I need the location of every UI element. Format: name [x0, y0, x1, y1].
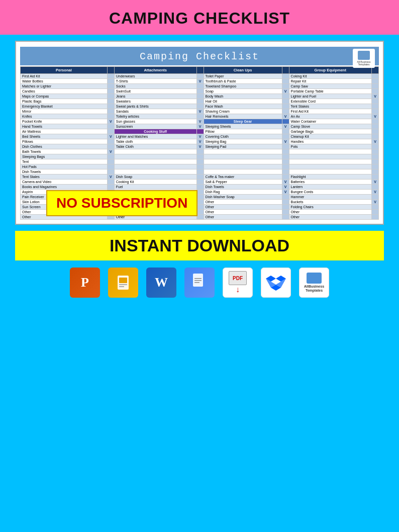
- abt-logo: [307, 273, 322, 284]
- card-header-title: Camping Checklist: [140, 51, 259, 62]
- table-row: Sleeping Bags: [21, 154, 379, 159]
- col-personal-header: Personal: [21, 67, 108, 74]
- table-row: Hot Pads: [21, 164, 379, 169]
- svg-rect-7: [194, 282, 200, 283]
- logo-badge: All BusinessTemplates: [353, 49, 375, 68]
- table-row: MirrorSandalsVShaving CreamFirst Aid Kit: [21, 109, 379, 114]
- allbusiness-icon[interactable]: AllBusinessTemplates: [299, 268, 329, 298]
- top-banner: CAMPING CHECKLIST: [0, 0, 399, 35]
- logo-text: All BusinessTemplates: [357, 61, 370, 66]
- table-row: Emergency BlanketSweat pants & ShirtsFac…: [21, 104, 379, 109]
- table-row: Maps or CompasJeansBody WashLighter and …: [21, 94, 379, 99]
- col-check3-header: [282, 67, 289, 74]
- abt-label: AllBusinessTemplates: [304, 285, 324, 293]
- table-row: Matches or LighterSocksToweland ShampooC…: [21, 84, 379, 89]
- col-check2-header: [196, 67, 204, 74]
- card-header: Camping Checklist All BusinessTemplates: [20, 47, 379, 65]
- table-row: Water BottlesT-ShirtsVToothbrush & Paste…: [21, 79, 379, 84]
- table-row: Dish Towels: [21, 169, 379, 174]
- instant-download-label: INSTANT DOWNLOAD: [110, 236, 289, 255]
- main-card: Camping Checklist All BusinessTemplates …: [15, 41, 384, 225]
- google-docs-icon[interactable]: [184, 268, 215, 298]
- table-row: Camera and VideoCooking KitSalt & Pepper…: [21, 180, 379, 185]
- page-title: CAMPING CHECKLIST: [0, 9, 399, 28]
- svg-rect-6: [194, 280, 202, 281]
- dropbox-icon[interactable]: [261, 268, 291, 298]
- table-row: CandlesSwimSuitSoapVPortable Camp Table: [21, 89, 379, 94]
- svg-rect-3: [119, 286, 124, 287]
- logo-icon: [358, 51, 370, 60]
- svg-rect-5: [194, 278, 202, 279]
- slides-svg: [115, 274, 132, 291]
- svg-rect-1: [119, 278, 127, 283]
- google-slides-icon[interactable]: [108, 268, 138, 298]
- word-icon[interactable]: W: [146, 268, 176, 298]
- docs-svg: [191, 273, 208, 293]
- bottom-banner: INSTANT DOWNLOAD: [15, 231, 384, 260]
- col-cleanups-header: Clean Ups: [204, 67, 282, 74]
- col-attachments-header: Attachments: [114, 67, 196, 74]
- table-row: Dish ClothesTable ClothVSleeping PadPots: [21, 144, 379, 149]
- table-row: Pocket KnifeVSun glassesVSleep GearWater…: [21, 119, 379, 124]
- table-row: Air MattressCooking StuffPillowGarbage B…: [21, 129, 379, 134]
- table-row: PillowsTable clothVSleeping BagVHandlesV: [21, 139, 379, 144]
- table-row: Hand TowelsSunscreenVSleeping SheetsVCam…: [21, 124, 379, 129]
- table-row: First Aid KitUnderwearsToilet PaperCokin…: [21, 74, 379, 79]
- table-row: Tent: [21, 159, 379, 164]
- svg-rect-2: [119, 284, 127, 285]
- format-icons-row: P W PDF ↓: [0, 268, 399, 298]
- table-row: Tent StalesVDish SoapCoffe & Tea makerFl…: [21, 174, 379, 180]
- table-row: Bath TowelsV: [21, 149, 379, 154]
- col-check1-header: [107, 67, 114, 74]
- no-subscription-banner: NO SUBSCRIPTION: [46, 190, 197, 216]
- table-row: Plastic BagsSweatersHair OilExtensible C…: [21, 99, 379, 104]
- powerpoint-icon[interactable]: P: [70, 268, 100, 298]
- table-row: KnifesToiletry articlesHair RemovelsVAn …: [21, 114, 379, 119]
- pdf-arrow: ↓: [236, 285, 240, 294]
- table-row: Books and MagazinesFuelDish TowelsVLante…: [21, 185, 379, 190]
- table-row: Bed SheetsVLighter and MatchesVCovering …: [21, 134, 379, 139]
- pdf-box: PDF: [229, 271, 247, 285]
- pdf-icon[interactable]: PDF ↓: [223, 268, 253, 298]
